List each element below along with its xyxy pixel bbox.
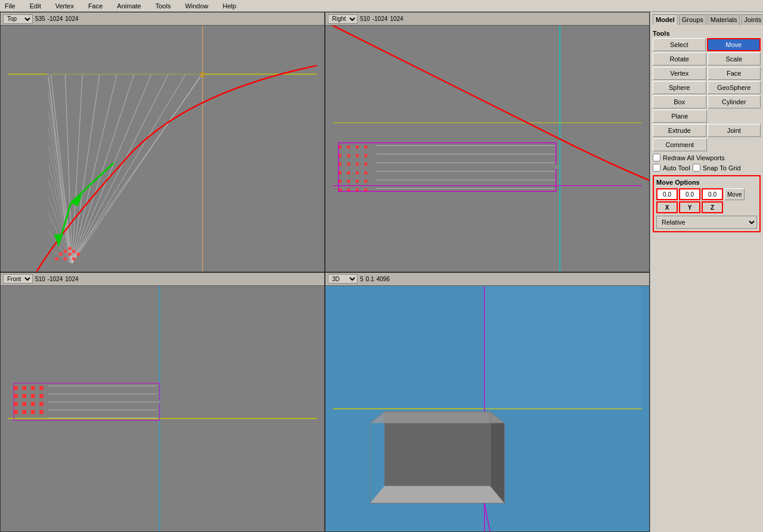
auto-tool-checkbox[interactable]	[653, 164, 660, 172]
scale-button[interactable]: Scale	[708, 52, 761, 66]
viewport-3d-canvas	[325, 286, 649, 532]
svg-rect-53	[339, 145, 342, 148]
svg-rect-101	[39, 394, 44, 398]
menu-help[interactable]: Help	[221, 2, 239, 10]
viewport-3d-x: 5	[360, 276, 364, 282]
snap-to-grid-checkbox[interactable]	[693, 164, 700, 172]
svg-rect-95	[22, 410, 26, 414]
svg-rect-65	[356, 145, 359, 148]
plane-button[interactable]: Plane	[653, 110, 707, 123]
joint-button[interactable]: Joint	[708, 124, 761, 137]
viewport-front-view-select[interactable]: Front Top Right 3D	[3, 274, 33, 284]
geosphere-button[interactable]: GeoSphere	[708, 81, 761, 94]
viewport-front-neg: -1024	[48, 276, 63, 282]
svg-rect-56	[339, 172, 342, 175]
comment-button[interactable]: Comment	[653, 138, 707, 151]
svg-point-38	[77, 253, 80, 256]
svg-marker-117	[370, 412, 504, 423]
move-button[interactable]: Move	[707, 38, 761, 51]
select-button[interactable]: Select	[653, 38, 706, 51]
svg-rect-59	[347, 145, 350, 148]
svg-point-36	[59, 253, 63, 256]
viewport-right-neg: -1024	[373, 15, 388, 22]
tab-groups[interactable]: Groups	[679, 14, 706, 25]
menubar: File Edit Vertex Face Animate Tools Wind…	[0, 0, 763, 12]
viewport-front-canvas	[1, 286, 324, 532]
menu-vertex[interactable]: Vertex	[53, 2, 76, 10]
svg-line-10	[72, 75, 82, 264]
svg-rect-42	[47, 73, 51, 77]
viewport-top-x: 535	[35, 15, 45, 22]
svg-rect-88	[14, 385, 18, 390]
viewport-right[interactable]: Right Top Front 3D 510 -1024 1024	[325, 12, 650, 272]
y-input[interactable]	[679, 188, 700, 200]
svg-rect-71	[364, 145, 367, 148]
svg-rect-66	[356, 154, 359, 157]
viewport-front-header: Front Top Right 3D 510 -1024 1024	[1, 273, 324, 286]
move-apply-button[interactable]: Move	[724, 188, 745, 200]
viewport-front[interactable]: Front Top Right 3D 510 -1024 1024	[0, 272, 325, 533]
svg-rect-70	[356, 188, 359, 191]
svg-point-34	[64, 250, 67, 253]
move-options-section: Move Options Move X Y Z Relative Absolut…	[653, 175, 761, 232]
rotate-scale-row: Rotate Scale	[653, 52, 761, 66]
right-panel: Model Groups Materials Joints Tools Sele…	[650, 12, 763, 532]
viewport-right-canvas	[325, 26, 649, 272]
viewport-top[interactable]: Top Front Right 3D 535 -1024 1024	[0, 12, 325, 272]
svg-line-12	[72, 75, 117, 264]
redraw-all-row: Redraw All Viewports	[653, 154, 761, 161]
svg-rect-90	[14, 402, 18, 406]
menu-file[interactable]: File	[2, 2, 18, 10]
svg-rect-55	[339, 163, 342, 166]
extrude-button[interactable]: Extrude	[653, 124, 706, 137]
box-button[interactable]: Box	[653, 95, 706, 108]
svg-rect-92	[22, 385, 26, 390]
redraw-all-label: Redraw All Viewports	[663, 154, 725, 161]
svg-line-17	[72, 75, 201, 264]
svg-rect-61	[347, 163, 350, 166]
redraw-all-checkbox[interactable]	[653, 154, 660, 161]
svg-line-16	[72, 75, 185, 264]
svg-line-14	[72, 75, 151, 264]
svg-rect-63	[347, 180, 350, 183]
z-axis-button[interactable]: Z	[702, 201, 723, 213]
svg-point-37	[68, 253, 72, 256]
x-input[interactable]	[656, 188, 678, 200]
face-button[interactable]: Face	[708, 67, 761, 80]
viewport-3d[interactable]: 3D Top Front Right 5 0.1 4096	[325, 272, 650, 533]
tab-model[interactable]: Model	[653, 14, 678, 25]
sphere-button[interactable]: Sphere	[653, 81, 706, 94]
viewport-top-view-select[interactable]: Top Front Right 3D	[3, 14, 33, 24]
svg-point-110	[157, 400, 160, 403]
y-axis-button[interactable]: Y	[679, 201, 700, 213]
tab-materials[interactable]: Materials	[708, 14, 740, 25]
rotate-button[interactable]: Rotate	[653, 52, 706, 66]
svg-rect-113	[485, 286, 642, 409]
menu-animate[interactable]: Animate	[114, 2, 143, 10]
menu-window[interactable]: Window	[182, 2, 210, 10]
svg-point-40	[64, 257, 67, 261]
auto-tool-label: Auto Tool	[663, 164, 690, 172]
vertex-face-row: Vertex Face	[653, 67, 761, 80]
viewport-3d-neg: 0.1	[366, 276, 374, 282]
main-area: Top Front Right 3D 535 -1024 1024	[0, 12, 763, 532]
relative-dropdown[interactable]: Relative Absolute Local	[656, 216, 757, 229]
viewport-3d-view-select[interactable]: 3D Top Front Right	[328, 274, 358, 284]
menu-face[interactable]: Face	[86, 2, 105, 10]
svg-rect-72	[364, 154, 367, 157]
cylinder-button[interactable]: Cylinder	[708, 95, 761, 108]
svg-point-39	[55, 257, 58, 261]
viewport-3d-header: 3D Top Front Right 5 0.1 4096	[325, 273, 649, 286]
viewport-top-neg: -1024	[48, 15, 63, 22]
z-input[interactable]	[702, 188, 723, 200]
menu-edit[interactable]: Edit	[27, 2, 44, 10]
viewport-top-pos: 1024	[65, 15, 78, 22]
vertex-button[interactable]: Vertex	[653, 67, 706, 80]
viewport-3d-pos: 4096	[376, 276, 389, 282]
tab-joints[interactable]: Joints	[741, 14, 763, 25]
plane-row: Plane	[653, 110, 761, 123]
menu-tools[interactable]: Tools	[153, 2, 173, 10]
x-axis-button[interactable]: X	[656, 201, 678, 213]
coord-input-row: Move	[656, 188, 757, 200]
viewport-right-view-select[interactable]: Right Top Front 3D	[328, 14, 358, 24]
